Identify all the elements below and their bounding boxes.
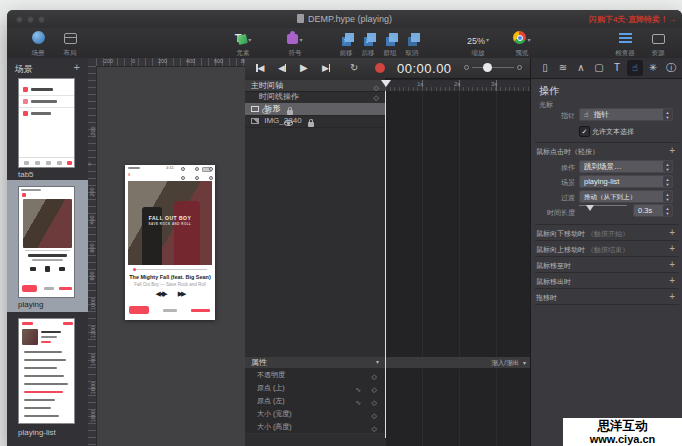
add-click-action-button[interactable]: + [669,147,675,155]
scene-label-playing[interactable]: playing [18,300,43,309]
skip-to-start-button[interactable]: ◀ [256,62,264,74]
keyframe-diamond-icon[interactable]: ◇ [372,422,377,435]
allow-text-selection-checkbox[interactable]: ✓ [579,126,590,137]
ruler-h-label: 400 [186,58,195,64]
right-link-bar [59,287,72,290]
scene-label-playing-list[interactable]: playing-list [18,428,56,437]
selection-handle[interactable] [181,176,185,180]
stepper-icon: ▾ [486,37,489,43]
property-row-size-height[interactable]: 大小 (高度) ◇ [245,420,385,434]
transition-dropdown[interactable]: 推动（从下到上） ▲▼ [579,190,673,203]
scene-label: 场景 [535,178,575,188]
tab-text[interactable]: T [609,60,625,76]
toolbar-zoom-control[interactable]: 25%▾ 缩放 [456,30,500,56]
add-mouse-out-action[interactable]: + [669,277,675,285]
toolbar-symbols-button[interactable]: ▾ 符号 [273,30,317,56]
playhead-marker[interactable] [381,80,391,87]
play-button[interactable]: ▶ [300,62,308,74]
scene-phone-mockup[interactable]: 4:11 ‹ FALL OUT BOY SAVE ROCK AND ROLL T… [125,165,215,320]
step-back-button[interactable]: ◀ [278,62,286,74]
add-mouse-over-action[interactable]: + [669,261,675,269]
action-dropdown[interactable]: 跳到场景… ▲▼ [579,160,673,173]
property-row-origin-left[interactable]: 原点 (左) ∿ ◇ [245,394,385,408]
scene-dropdown[interactable]: playing-list ▲▼ [579,175,673,188]
playlist-link[interactable] [191,309,210,312]
track-row [24,415,59,417]
record-button[interactable] [375,63,385,73]
ruler-second-label: 2s [454,81,460,87]
back-chevron-icon[interactable]: ‹ [128,171,130,178]
track-row [24,383,68,385]
selection-handle[interactable] [195,167,199,171]
play-icon[interactable]: ▶ [162,290,177,297]
red-action-button[interactable] [129,306,149,314]
add-mouse-down-action[interactable]: + [669,229,675,237]
center-link[interactable] [163,309,177,312]
add-scene-button[interactable]: + [74,61,80,73]
property-row-opacity[interactable]: 不透明度 ◇ [245,368,385,382]
duration-slider-knob[interactable] [586,205,594,211]
selection-handle[interactable] [209,176,213,180]
tab-scene[interactable]: ≋ [555,60,571,76]
zoom-out-icon[interactable] [464,65,469,70]
progress-track[interactable] [133,269,207,270]
image-icon [251,118,259,124]
scenes-icon [32,31,45,44]
window-title-row: DEMP.hype (playing) [7,14,682,24]
tab-element[interactable]: ▢ [591,60,607,76]
add-mouse-up-action[interactable]: + [669,245,675,253]
selection-handle[interactable] [181,167,185,171]
lock-icon[interactable] [308,122,314,127]
list-icon-red [23,99,28,104]
property-row-origin-top[interactable]: 原点 (上) ∿ ◇ [245,381,385,395]
tab-identity[interactable]: ⓘ [663,60,679,76]
collapse-chevron-icon[interactable]: ▾ [376,357,379,368]
scene-thumbnail-playing-list[interactable] [18,318,75,424]
forward-icon[interactable]: ▶▶ [178,290,185,297]
toolbar-resources-button[interactable]: 资源 [636,30,680,56]
scene-thumbnail-playing[interactable] [18,186,75,298]
divider [535,224,679,225]
progress-knob[interactable] [133,268,136,271]
tab-actions[interactable]: ☝ [627,60,643,76]
ruler-v-label: 1000 [90,298,96,310]
keyframe-tracks[interactable] [385,91,530,446]
allow-text-selection-label: 允许文本选择 [592,127,634,137]
property-row-size-width[interactable]: 大小 (宽度) ◇ [245,407,385,421]
timeline-zoom-knob[interactable] [483,63,492,72]
status-bar [21,189,41,191]
tab-document[interactable]: ▯ [537,60,553,76]
stepper-icon: ▲▼ [663,109,672,120]
tab-physics[interactable]: ✳ [645,60,661,76]
toolbar-layouts-button[interactable]: 布局 [48,30,92,56]
song-title-bar [28,254,67,257]
track-row [24,407,51,409]
loop-button[interactable]: ↻ [350,62,358,74]
scene-thumbnail-tab5[interactable] [18,78,75,168]
track-row [24,399,55,401]
scene-label-tab5[interactable]: tab5 [18,170,34,179]
playhead-line[interactable] [385,91,386,438]
pointer-dropdown[interactable]: ☝ 指针 ▲▼ [579,108,673,121]
ruler-v-label: 600 [89,243,95,252]
tabbar-icon-active [67,161,72,165]
visibility-eye-icon[interactable] [262,108,271,114]
toolbar-preview-button[interactable]: ▾ 预览 [500,30,544,56]
promo-banner[interactable]: 闪购下4天·直降特卖！→ [589,14,676,25]
toolbar-elements-button[interactable]: T▾ 元素 [221,30,265,56]
toolbar-ungroup-button[interactable]: 取消 [390,30,434,56]
timeline-row-img3840[interactable]: IMG_3840 [245,115,385,128]
duration-value-field[interactable]: 0.3s ▲▼ [633,204,673,217]
zoom-in-icon[interactable] [517,65,522,70]
selection-handle[interactable] [195,176,199,180]
tabbar-icon [57,161,62,165]
selection-handle[interactable] [209,167,213,171]
step-forward-button[interactable]: ▶ [322,62,330,74]
visibility-eye-icon[interactable] [284,120,293,126]
timeline-zoom-slider[interactable] [472,67,514,68]
list-icon-red [23,87,28,92]
ruler-v-label: 0 [88,162,92,165]
tab-metrics[interactable]: ∧ [573,60,589,76]
add-on-drag-action[interactable]: + [669,293,675,301]
ease-header[interactable]: 渐入/渐出 ▾ [385,357,530,369]
